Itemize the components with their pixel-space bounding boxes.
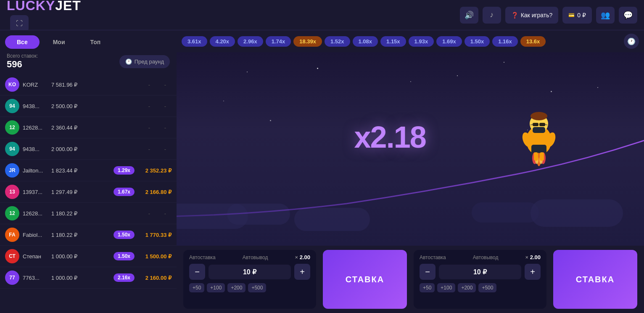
history-clock[interactable]: 🕐: [624, 34, 639, 49]
multiplier-history-pill[interactable]: 1.74x: [266, 36, 291, 47]
music-button[interactable]: ♪: [483, 7, 501, 24]
stavka-button-2[interactable]: СТАВКА: [553, 250, 637, 309]
bet-input-row-1: − 10 ₽ +: [189, 264, 310, 280]
quick-bet-button[interactable]: +200: [227, 283, 245, 292]
bet-minus-1[interactable]: −: [189, 264, 205, 280]
bet-no-multiplier: -: [143, 82, 156, 88]
bet-username: 12628...: [23, 210, 48, 217]
tabs: Все Мои Топ: [0, 30, 177, 49]
bet-no-win: -: [159, 210, 172, 217]
bet-value-2: 10 ₽: [439, 265, 521, 279]
multiplier-history-pill[interactable]: 3.61x: [182, 36, 207, 47]
bet-no-multiplier: -: [143, 103, 156, 109]
logo-section: LUCKYJET ⛶: [7, 0, 81, 32]
quick-bet-button[interactable]: +500: [248, 283, 266, 292]
bet-input-row-2: − 10 ₽ +: [420, 264, 541, 280]
multiplier-history-pill[interactable]: 1.50x: [465, 36, 490, 47]
quick-bet-button[interactable]: +100: [207, 283, 225, 292]
how-to-play-label: Как играть?: [521, 12, 553, 19]
auto-bet-label-1: Автоставка: [189, 255, 216, 260]
bet-win-amount: 2 160.00 ₽: [138, 275, 172, 281]
avatar: FA: [5, 228, 19, 242]
bet-row: KOKORZ7 581.96 ₽--: [0, 74, 177, 95]
avatar: 77: [5, 271, 19, 285]
bet-no-win: -: [159, 146, 172, 152]
multiplier-history-pill[interactable]: 18.39x: [293, 36, 322, 47]
bet-plus-2[interactable]: +: [525, 264, 541, 280]
svg-rect-16: [534, 152, 538, 161]
total-bets-label: Всего ставок:: [7, 53, 38, 59]
bet-row: 1313937...1 297.49 ₽1.67x2 166.80 ₽: [0, 181, 177, 203]
svg-rect-7: [533, 127, 545, 133]
multiplier-history-pill[interactable]: 1.93x: [409, 36, 434, 47]
bet-panel-2-top: Автоставка Автовывод × 2.00: [420, 254, 541, 260]
multiplier-history-pill[interactable]: 13.6x: [520, 36, 546, 47]
quick-bet-button[interactable]: +50: [189, 283, 204, 292]
bet-username: 9438...: [23, 146, 48, 152]
bet-username: 13937...: [23, 189, 48, 195]
svg-line-5: [531, 125, 533, 125]
multiplier-history-pill[interactable]: 2.96x: [238, 36, 263, 47]
current-multiplier: x2.18: [354, 120, 426, 154]
bet-multiplier-badge: 1.50x: [113, 252, 135, 260]
quick-bet-button[interactable]: +100: [437, 283, 455, 292]
quick-bet-button[interactable]: +50: [420, 283, 435, 292]
avatar: 13: [5, 185, 19, 199]
stavka-button-1[interactable]: СТАВКА: [323, 250, 407, 309]
bets-header: Всего ставок: 596 🕐 Пред раунд: [0, 49, 177, 74]
bet-username: 7763...: [23, 275, 48, 281]
bet-row: 949438...2 000.00 ₽--: [0, 138, 177, 160]
multiplier-history-pill[interactable]: 1.52x: [325, 36, 350, 47]
tab-top[interactable]: Топ: [79, 35, 113, 49]
sound-button[interactable]: 🔊: [460, 7, 478, 24]
multipliers-row: 3.61x4.20x2.96x1.74x18.39x1.52x1.08x1.15…: [177, 30, 644, 52]
bet-multiplier-badge: 1.29x: [113, 166, 135, 175]
bet-no-multiplier: -: [143, 125, 156, 131]
bet-row: JRJailton...1 823.44 ₽1.29x2 352.23 ₽: [0, 160, 177, 181]
header-left: LUCKYJET ⛶: [7, 0, 81, 32]
quick-bet-button[interactable]: +200: [458, 283, 476, 292]
balance-button[interactable]: 💳 0 ₽: [562, 7, 592, 24]
bet-row: СТСтепан1 000.00 ₽1.50x1 500.00 ₽: [0, 246, 177, 267]
svg-point-2: [531, 112, 547, 120]
fullscreen-button[interactable]: ⛶: [10, 15, 29, 32]
multiplier-history-pill[interactable]: 1.16x: [492, 36, 518, 47]
logo-lucky: LUCKY: [7, 0, 55, 13]
bet-no-win: -: [159, 82, 172, 88]
multiplier-history-pill[interactable]: 1.69x: [436, 36, 462, 47]
bet-amount: 1 180.22 ₽: [51, 210, 140, 217]
bet-win-amount: 2 166.80 ₽: [138, 189, 172, 195]
bet-amount: 1 000.00 ₽: [51, 275, 110, 281]
auto-multiplier-2: × 2.00: [525, 254, 541, 260]
bet-plus-1[interactable]: +: [294, 264, 310, 280]
rocket-character: [509, 103, 568, 170]
tab-my[interactable]: Мои: [41, 35, 77, 49]
bet-minus-2[interactable]: −: [420, 264, 435, 280]
question-icon: ❓: [511, 12, 518, 19]
clock-icon: 🕐: [125, 58, 132, 65]
quick-bets-1: +50+100+200+500: [189, 283, 310, 292]
bet-username: 9438...: [23, 103, 48, 109]
prev-round-button[interactable]: 🕐 Пред раунд: [119, 55, 170, 68]
bet-no-win: -: [159, 125, 172, 131]
svg-rect-17: [540, 152, 544, 161]
bet-amount: 1 000.00 ₽: [51, 253, 110, 260]
bet-panel-2: Автоставка Автовывод × 2.00 − 10 ₽ + +50…: [414, 250, 546, 309]
users-button[interactable]: 👥: [596, 7, 615, 24]
avatar: СТ: [5, 249, 19, 263]
tab-all[interactable]: Все: [5, 35, 40, 49]
total-bets: Всего ставок: 596: [7, 53, 38, 70]
multiplier-history-pill[interactable]: 4.20x: [210, 36, 235, 47]
avatar: 94: [5, 142, 19, 156]
how-to-play-button[interactable]: ❓ Как играть?: [505, 7, 559, 24]
svg-rect-3: [533, 123, 538, 126]
avatar: JR: [5, 163, 19, 178]
bet-panel-1-top: Автоставка Автовывод × 2.00: [189, 254, 310, 260]
multiplier-history-pill[interactable]: 1.15x: [380, 36, 406, 47]
bet-multiplier-badge: 1.67x: [113, 188, 135, 196]
multiplier-history-pill[interactable]: 1.08x: [353, 36, 378, 47]
bet-amount: 1 823.44 ₽: [51, 167, 110, 174]
chat-button[interactable]: 💬: [619, 7, 637, 24]
bets-list: KOKORZ7 581.96 ₽--949438...2 500.00 ₽--1…: [0, 74, 177, 313]
quick-bet-button[interactable]: +500: [478, 283, 496, 292]
